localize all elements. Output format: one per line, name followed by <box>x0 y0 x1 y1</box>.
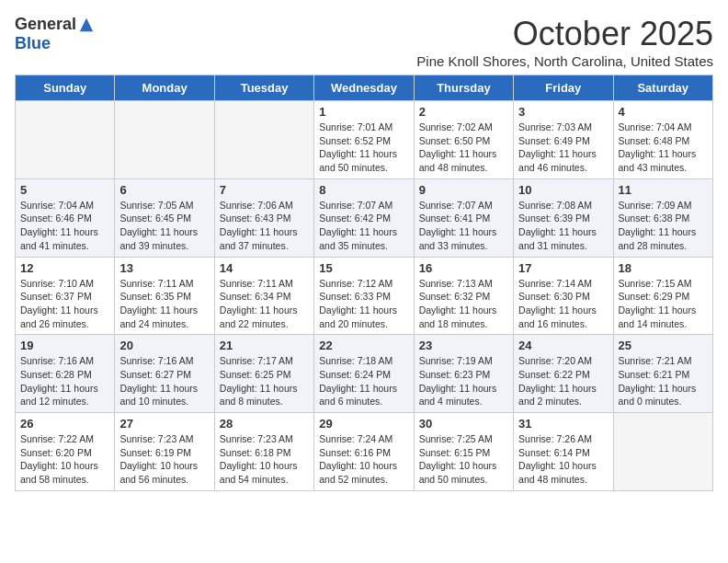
calendar-cell <box>16 101 115 179</box>
day-info: Sunrise: 7:15 AM Sunset: 6:29 PM Dayligh… <box>619 277 708 331</box>
day-info: Sunrise: 7:24 AM Sunset: 6:16 PM Dayligh… <box>319 432 408 487</box>
weekday-header-row: SundayMondayTuesdayWednesdayThursdayFrid… <box>16 75 713 101</box>
day-number: 29 <box>319 417 408 431</box>
day-info: Sunrise: 7:10 AM Sunset: 6:37 PM Dayligh… <box>20 277 109 331</box>
day-info: Sunrise: 7:16 AM Sunset: 6:27 PM Dayligh… <box>119 354 209 408</box>
calendar-cell: 1Sunrise: 7:01 AM Sunset: 6:52 PM Daylig… <box>314 101 414 179</box>
calendar-cell: 25Sunrise: 7:21 AM Sunset: 6:21 PM Dayli… <box>613 335 712 413</box>
day-info: Sunrise: 7:08 AM Sunset: 6:39 PM Dayligh… <box>518 199 608 253</box>
calendar-week-1: 1Sunrise: 7:01 AM Sunset: 6:52 PM Daylig… <box>16 101 713 179</box>
day-number: 24 <box>518 339 608 352</box>
calendar-cell: 24Sunrise: 7:20 AM Sunset: 6:22 PM Dayli… <box>514 335 613 413</box>
day-number: 16 <box>419 261 508 275</box>
calendar-cell: 2Sunrise: 7:02 AM Sunset: 6:50 PM Daylig… <box>414 101 513 179</box>
calendar-cell: 5Sunrise: 7:04 AM Sunset: 6:46 PM Daylig… <box>16 178 115 257</box>
calendar-cell: 16Sunrise: 7:13 AM Sunset: 6:32 PM Dayli… <box>414 257 513 335</box>
page-header: General Blue October 2025 Pine Knoll Sho… <box>15 15 713 69</box>
day-info: Sunrise: 7:07 AM Sunset: 6:41 PM Dayligh… <box>419 199 508 253</box>
day-info: Sunrise: 7:04 AM Sunset: 6:48 PM Dayligh… <box>619 121 708 175</box>
title-block: October 2025 Pine Knoll Shores, North Ca… <box>416 15 713 69</box>
day-number: 22 <box>319 339 408 352</box>
day-info: Sunrise: 7:18 AM Sunset: 6:24 PM Dayligh… <box>319 354 408 408</box>
calendar-cell: 7Sunrise: 7:06 AM Sunset: 6:43 PM Daylig… <box>214 178 313 257</box>
day-number: 19 <box>20 339 109 352</box>
day-info: Sunrise: 7:09 AM Sunset: 6:38 PM Dayligh… <box>619 199 708 253</box>
day-info: Sunrise: 7:25 AM Sunset: 6:15 PM Dayligh… <box>419 432 508 487</box>
month-title: October 2025 <box>416 15 713 53</box>
day-number: 3 <box>518 105 608 119</box>
weekday-header-sunday: Sunday <box>16 75 115 101</box>
calendar-cell: 17Sunrise: 7:14 AM Sunset: 6:30 PM Dayli… <box>514 257 613 335</box>
calendar-cell: 20Sunrise: 7:16 AM Sunset: 6:27 PM Dayli… <box>115 335 214 413</box>
calendar-cell: 27Sunrise: 7:23 AM Sunset: 6:19 PM Dayli… <box>115 413 214 491</box>
calendar-cell: 6Sunrise: 7:05 AM Sunset: 6:45 PM Daylig… <box>115 178 214 257</box>
day-number: 2 <box>419 105 508 119</box>
calendar-cell <box>613 413 712 491</box>
calendar-cell: 11Sunrise: 7:09 AM Sunset: 6:38 PM Dayli… <box>613 178 712 257</box>
calendar-cell: 8Sunrise: 7:07 AM Sunset: 6:42 PM Daylig… <box>314 178 414 257</box>
day-number: 17 <box>518 261 608 275</box>
day-number: 11 <box>619 183 708 197</box>
day-number: 4 <box>619 105 708 119</box>
day-info: Sunrise: 7:26 AM Sunset: 6:14 PM Dayligh… <box>518 432 608 487</box>
day-info: Sunrise: 7:07 AM Sunset: 6:42 PM Dayligh… <box>319 199 408 253</box>
day-number: 26 <box>20 417 109 431</box>
day-info: Sunrise: 7:12 AM Sunset: 6:33 PM Dayligh… <box>319 277 408 331</box>
calendar-cell: 9Sunrise: 7:07 AM Sunset: 6:41 PM Daylig… <box>414 178 513 257</box>
day-number: 6 <box>119 183 209 197</box>
day-info: Sunrise: 7:17 AM Sunset: 6:25 PM Dayligh… <box>220 354 309 408</box>
calendar-week-5: 26Sunrise: 7:22 AM Sunset: 6:20 PM Dayli… <box>16 413 713 491</box>
location-text: Pine Knoll Shores, North Carolina, Unite… <box>416 53 713 69</box>
day-number: 9 <box>419 183 508 197</box>
calendar-cell <box>214 101 313 179</box>
day-number: 31 <box>518 417 608 431</box>
day-info: Sunrise: 7:06 AM Sunset: 6:43 PM Dayligh… <box>220 199 309 253</box>
day-info: Sunrise: 7:21 AM Sunset: 6:21 PM Dayligh… <box>619 354 708 408</box>
day-info: Sunrise: 7:22 AM Sunset: 6:20 PM Dayligh… <box>20 432 109 487</box>
day-number: 25 <box>619 339 708 352</box>
day-info: Sunrise: 7:23 AM Sunset: 6:18 PM Dayligh… <box>220 432 309 487</box>
day-info: Sunrise: 7:19 AM Sunset: 6:23 PM Dayligh… <box>419 354 508 408</box>
calendar-cell: 30Sunrise: 7:25 AM Sunset: 6:15 PM Dayli… <box>414 413 513 491</box>
calendar-cell: 14Sunrise: 7:11 AM Sunset: 6:34 PM Dayli… <box>214 257 313 335</box>
logo-icon <box>78 17 95 33</box>
calendar-cell: 18Sunrise: 7:15 AM Sunset: 6:29 PM Dayli… <box>613 257 712 335</box>
day-info: Sunrise: 7:20 AM Sunset: 6:22 PM Dayligh… <box>518 354 608 408</box>
calendar-cell: 19Sunrise: 7:16 AM Sunset: 6:28 PM Dayli… <box>16 335 115 413</box>
day-number: 8 <box>319 183 408 197</box>
calendar-cell: 28Sunrise: 7:23 AM Sunset: 6:18 PM Dayli… <box>214 413 313 491</box>
day-number: 15 <box>319 261 408 275</box>
weekday-header-thursday: Thursday <box>414 75 513 101</box>
weekday-header-monday: Monday <box>115 75 214 101</box>
weekday-header-wednesday: Wednesday <box>314 75 414 101</box>
day-number: 10 <box>518 183 608 197</box>
day-number: 13 <box>119 261 209 275</box>
day-number: 27 <box>119 417 209 431</box>
day-info: Sunrise: 7:03 AM Sunset: 6:49 PM Dayligh… <box>518 121 608 175</box>
day-number: 30 <box>419 417 508 431</box>
weekday-header-tuesday: Tuesday <box>214 75 313 101</box>
logo: General Blue <box>15 15 95 53</box>
calendar-cell: 3Sunrise: 7:03 AM Sunset: 6:49 PM Daylig… <box>514 101 613 179</box>
day-number: 18 <box>619 261 708 275</box>
day-info: Sunrise: 7:01 AM Sunset: 6:52 PM Dayligh… <box>319 121 408 175</box>
calendar-cell: 23Sunrise: 7:19 AM Sunset: 6:23 PM Dayli… <box>414 335 513 413</box>
weekday-header-saturday: Saturday <box>613 75 712 101</box>
calendar-cell: 15Sunrise: 7:12 AM Sunset: 6:33 PM Dayli… <box>314 257 414 335</box>
calendar-cell <box>115 101 214 179</box>
logo-general-text: General <box>15 15 76 34</box>
day-number: 23 <box>419 339 508 352</box>
calendar-cell: 31Sunrise: 7:26 AM Sunset: 6:14 PM Dayli… <box>514 413 613 491</box>
calendar-cell: 4Sunrise: 7:04 AM Sunset: 6:48 PM Daylig… <box>613 101 712 179</box>
day-number: 21 <box>220 339 309 352</box>
calendar-cell: 21Sunrise: 7:17 AM Sunset: 6:25 PM Dayli… <box>214 335 313 413</box>
day-number: 12 <box>20 261 109 275</box>
day-info: Sunrise: 7:16 AM Sunset: 6:28 PM Dayligh… <box>20 354 109 408</box>
day-info: Sunrise: 7:11 AM Sunset: 6:34 PM Dayligh… <box>220 277 309 331</box>
day-number: 7 <box>220 183 309 197</box>
calendar-cell: 29Sunrise: 7:24 AM Sunset: 6:16 PM Dayli… <box>314 413 414 491</box>
day-number: 14 <box>220 261 309 275</box>
calendar-cell: 13Sunrise: 7:11 AM Sunset: 6:35 PM Dayli… <box>115 257 214 335</box>
calendar-week-2: 5Sunrise: 7:04 AM Sunset: 6:46 PM Daylig… <box>16 178 713 257</box>
day-number: 1 <box>319 105 408 119</box>
